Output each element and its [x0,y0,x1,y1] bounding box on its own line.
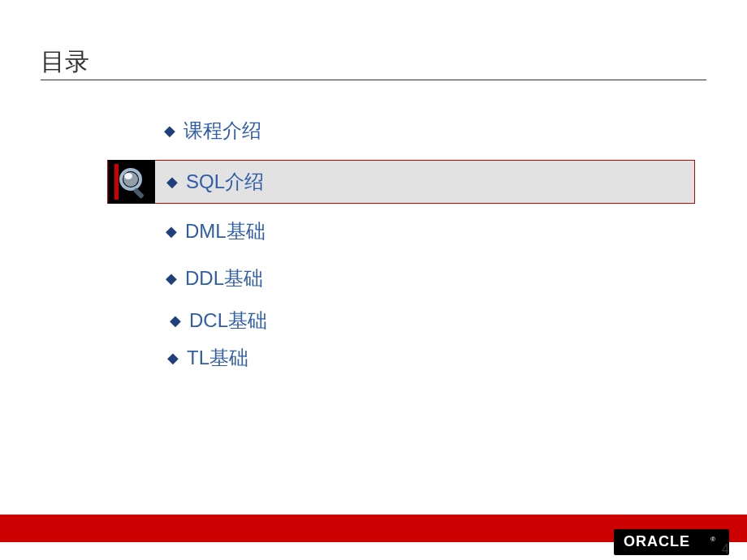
toc-list: ◆ 课程介绍 ◆ SQL介绍 ◆ DML基础 ◆ DDL基础 ◆ DCL基础 ◆… [107,118,695,371]
magnifier-icon [108,160,155,204]
page-title: 目录 [41,45,89,79]
toc-item-dcl: ◆ DCL基础 [107,308,695,334]
svg-text:®: ® [710,536,715,543]
toc-item-label: DCL基础 [189,308,267,334]
svg-text:ORACLE: ORACLE [624,535,690,549]
toc-item-label: DML基础 [185,218,266,244]
toc-item-dml: ◆ DML基础 [107,218,695,244]
toc-item-tl: ◆ TL基础 [107,345,695,371]
bullet-icon: ◆ [164,123,175,138]
svg-point-3 [124,173,132,179]
bullet-icon: ◆ [166,224,177,239]
title-divider [41,80,706,80]
toc-item-label: TL基础 [187,345,248,371]
svg-rect-4 [133,187,145,199]
oracle-logo: ORACLE ® [614,529,729,555]
toc-item-sql-intro: ◆ SQL介绍 [107,160,695,204]
svg-rect-0 [114,164,119,200]
bullet-icon: ◆ [167,351,179,365]
toc-item-label: DDL基础 [185,265,263,291]
toc-item-label: SQL介绍 [186,169,264,195]
bullet-icon: ◆ [170,313,181,328]
bullet-icon: ◆ [166,271,177,286]
toc-item-course-intro: ◆ 课程介绍 [107,118,695,144]
page-number: 4 [722,542,729,557]
toc-item-label: 课程介绍 [184,118,261,144]
bullet-icon: ◆ [166,174,178,189]
toc-item-ddl: ◆ DDL基础 [107,265,695,291]
